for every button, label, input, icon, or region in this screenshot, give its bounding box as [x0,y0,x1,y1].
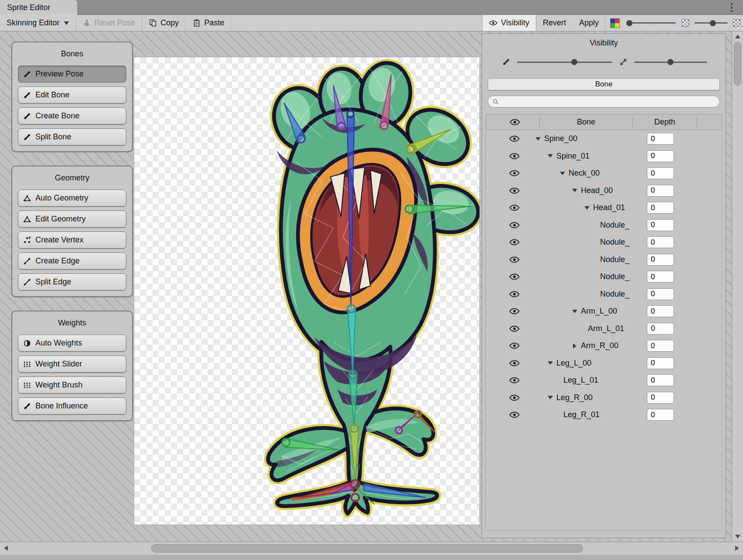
visibility-eye-icon[interactable] [504,153,524,159]
foldout-open-icon[interactable] [546,359,554,367]
vertical-scroll-thumb[interactable] [734,42,741,86]
scroll-up-arrow[interactable] [735,35,740,38]
tool-button-auto-geometry[interactable]: Auto Geometry [18,190,126,207]
depth-input[interactable] [647,254,674,266]
search-input[interactable] [501,98,719,106]
visibility-toggle-button[interactable]: Visibility [482,15,536,31]
weight-slider-icon [23,360,31,368]
visibility-eye-icon[interactable] [504,308,524,315]
foldout-open-icon[interactable] [571,308,579,315]
depth-input[interactable] [647,185,674,197]
visibility-eye-icon[interactable] [504,342,524,349]
slider-knob[interactable] [710,20,716,26]
slider-knob[interactable] [571,59,577,65]
visibility-eye-icon[interactable] [504,170,524,176]
depth-input[interactable] [647,167,674,179]
tool-button-create-edge[interactable]: Create Edge [18,252,126,270]
tool-button-edit-geometry[interactable]: Edit Geometry [18,211,126,228]
tool-button-preview-pose[interactable]: Preview Pose [18,66,126,83]
scroll-left-arrow[interactable] [4,546,8,551]
apply-button[interactable]: Apply [573,15,605,31]
sprite-canvas[interactable]: .glow{fill:none;stroke:#d8d14b;stroke-wi… [134,57,480,525]
visibility-eye-icon[interactable] [504,411,524,418]
depth-input[interactable] [647,219,674,231]
visibility-eye-icon[interactable] [504,377,524,384]
reset-pose-button[interactable]: Reset Pose [76,15,142,31]
depth-input[interactable] [647,340,674,352]
visibility-eye-icon[interactable] [504,204,524,211]
visibility-panel-title: Visibility [482,34,726,48]
visibility-eye-icon[interactable] [504,135,524,142]
tool-button-auto-weights[interactable]: Auto Weights [18,335,126,352]
foldout-open-icon[interactable] [546,152,554,160]
foldout-open-icon[interactable] [559,169,566,177]
revert-button[interactable]: Revert [536,15,573,31]
visibility-eye-icon[interactable] [504,187,524,194]
depth-input[interactable] [647,392,674,404]
depth-input[interactable] [647,271,674,283]
bone-name: Leg_R_01 [563,410,600,419]
bone-name: Spine_00 [544,134,577,143]
tool-button-edit-bone[interactable]: Edit Bone [18,86,126,104]
indent-spacer [524,415,559,415]
visibility-eye-icon[interactable] [504,239,524,245]
slider-knob[interactable] [626,20,632,26]
tab-sprite-editor[interactable]: Sprite Editor [0,0,78,15]
depth-input[interactable] [647,288,674,300]
bone-table-header: Bone Depth [486,114,722,130]
foldout-open-icon[interactable] [571,187,579,194]
copy-button[interactable]: Copy [142,15,185,31]
foldout-open-icon[interactable] [534,135,542,143]
depth-input[interactable] [647,305,674,317]
visibility-eye-icon[interactable] [504,360,524,366]
tool-button-bone-influence[interactable]: Bone Influence [18,398,126,415]
visibility-eye-icon[interactable] [504,394,524,401]
visibility-eye-icon[interactable] [504,222,524,228]
depth-input[interactable] [647,409,674,421]
depth-input[interactable] [647,323,674,335]
foldout-open-icon[interactable] [546,394,554,401]
depth-input[interactable] [647,150,674,162]
horizontal-scroll-thumb[interactable] [151,544,583,553]
visibility-eye-icon[interactable] [504,256,524,263]
depth-input[interactable] [647,236,674,248]
visibility-eye-icon[interactable] [504,291,524,297]
tool-button-split-bone[interactable]: Split Bone [18,128,126,145]
depth-input[interactable] [647,133,674,145]
tool-button-weight-brush[interactable]: Weight Brush [18,377,126,394]
indent-spacer [524,277,595,277]
paste-button[interactable]: Paste [186,15,231,31]
mesh-opacity-slider[interactable] [694,22,728,24]
foldout-open-icon[interactable] [583,204,591,212]
sprite-brightness-slider[interactable] [628,22,676,24]
alpha-checker-icon[interactable] [682,19,689,27]
visibility-eye-icon[interactable] [504,325,524,332]
horizontal-scrollbar[interactable] [0,542,743,555]
alpha-checker-icon[interactable] [733,19,740,27]
vertical-scrollbar[interactable] [732,31,743,542]
tool-button-create-vertex[interactable]: Create Vertex [18,232,126,249]
bone-row: Neck_00 [486,165,722,182]
depth-input[interactable] [647,374,674,386]
bone-row: Nodule_ [486,251,722,269]
visibility-eye-icon[interactable] [504,273,524,280]
bone-search-field[interactable] [488,96,720,107]
depth-input[interactable] [647,357,674,369]
skinning-editor-dropdown[interactable]: Skinning Editor [0,15,76,31]
bone-size-slider[interactable] [634,62,707,63]
slider-knob[interactable] [667,59,674,65]
bone-name: Head_01 [593,203,625,212]
bone-opacity-slider[interactable] [517,62,612,63]
foldout-closed-icon[interactable] [571,342,579,350]
scroll-down-arrow[interactable] [735,535,740,539]
bone-tab-dropdown[interactable]: Bone [488,78,720,90]
bone-display-sliders [500,56,707,68]
kebab-menu-icon[interactable]: ⋮ [723,1,740,14]
tool-button-label: Edit Geometry [35,214,86,224]
scroll-right-arrow[interactable] [735,546,739,551]
tool-button-split-edge[interactable]: Split Edge [18,273,126,290]
depth-input[interactable] [647,202,674,214]
color-picker-icon[interactable] [610,18,620,28]
tool-button-weight-slider[interactable]: Weight Slider [18,356,126,373]
tool-button-create-bone[interactable]: Create Bone [18,107,126,124]
